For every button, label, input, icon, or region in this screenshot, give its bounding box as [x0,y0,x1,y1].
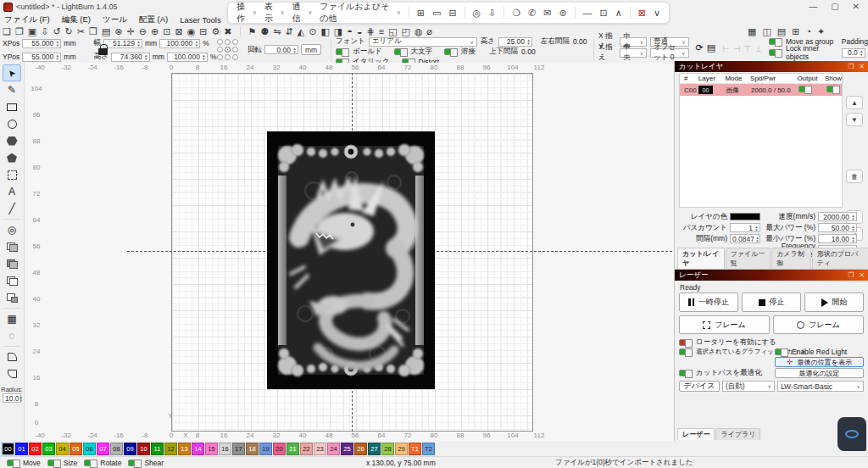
layer-color-chip[interactable]: 00 [698,86,713,94]
ellipse-tool[interactable] [3,115,21,132]
dual-pane-icon[interactable]: ◫ [762,25,771,37]
menu-item-3[interactable]: 配置 (A) [139,14,168,25]
record-icon[interactable]: ◎ [472,8,481,19]
zoom-in-icon[interactable]: ⊕ [151,25,159,37]
palette-swatch-23[interactable]: 23 [314,443,326,455]
palette-swatch-04[interactable]: 04 [56,443,69,455]
list-icon[interactable]: ▤ [777,25,786,37]
menu-item-1[interactable]: 編集 (E) [62,14,91,25]
position-dot-8[interactable] [232,54,238,60]
boolean-subtract-tool[interactable] [3,255,21,272]
grid-array-icon[interactable]: ▦ [748,25,756,37]
monitor-icon[interactable]: ⊟ [199,25,207,37]
close-laser-panel-icon[interactable]: ✕ [859,271,865,279]
position-dot-4[interactable] [225,47,231,53]
position-dot-1[interactable] [225,39,231,45]
star-icon[interactable]: ✦ [817,25,825,37]
tab-shape-properties[interactable]: 形状のプロパティ [812,248,868,269]
align-bottom-icon[interactable]: ◒ [357,25,363,37]
palette-swatch-11[interactable]: 11 [151,443,164,455]
mirror-icon[interactable]: ◭ [298,25,304,37]
layer-list[interactable]: # Layer Mode Spd/Pwr Output Show C00 00 … [679,73,843,208]
minimize-button[interactable]: — [809,2,817,11]
frame-circle-button[interactable]: フレーム [773,315,864,334]
palette-swatch-18[interactable]: 18 [246,443,259,455]
boolean-intersect-tool[interactable] [3,272,21,289]
tab-library[interactable]: ライブラリ [715,428,760,440]
grid-icon[interactable]: ⊞ [417,8,425,19]
undo-icon[interactable]: ↺ [53,25,60,37]
status-toggle-size[interactable]: Size [47,459,78,467]
tab-laser[interactable]: レーザー [677,428,715,440]
radius-input[interactable]: 10.0 [3,393,21,403]
stack-icon[interactable]: ▤ [707,42,715,53]
font-select[interactable]: エリアル∨ [369,37,477,47]
align-left-icon[interactable]: ◧ [320,25,329,37]
polygon-tool[interactable] [3,132,21,149]
overlay-menu-0[interactable]: 操作∨ [236,1,257,25]
fillet-corner-tool[interactable] [3,365,21,382]
fullscreen-icon[interactable]: ⊡ [600,8,608,19]
align-centers-icon[interactable]: ⊙ [309,25,316,37]
font-height-input[interactable]: 25.00 [498,37,532,47]
position-dot-6[interactable] [217,54,223,60]
aspect-lock-icon[interactable] [98,44,108,55]
rectangle-tool[interactable] [3,98,21,115]
redo-icon[interactable]: ↻ [65,25,73,37]
align-top-icon[interactable]: ◓ [347,25,353,37]
weld-shapes-icon[interactable]: ◍ [415,25,423,37]
mail-icon[interactable]: ✉ [543,8,551,19]
pentagon-tool[interactable] [3,149,21,166]
cut-icon[interactable]: ✂ [77,25,85,37]
ypos-input[interactable]: 55.000 [22,53,61,62]
interval-input[interactable]: 0.0847 [730,234,760,243]
group-icon[interactable]: ◱ [388,25,397,37]
bold-toggle[interactable] [336,48,349,55]
settings-gear-icon[interactable]: ⚙ [211,25,220,37]
close-button[interactable]: ✕ [853,2,860,11]
round-corner-tool[interactable] [3,348,21,365]
uppercase-toggle[interactable] [394,48,408,55]
device-auto-select[interactable]: (自動)∨ [722,381,775,392]
position-dot-3[interactable] [217,47,223,53]
optimize-path-toggle[interactable] [679,370,693,376]
disconnect-icon[interactable]: ⊠ [638,8,646,19]
rotary-toggle[interactable] [679,339,693,346]
palette-swatch-20[interactable]: 20 [273,443,286,455]
frame-select-icon[interactable]: ⊠ [175,25,182,37]
select-tool[interactable]: ➤ [3,64,21,81]
floating-widget[interactable] [837,417,866,451]
measure-icon[interactable]: ⌀ [427,25,433,37]
imported-dragon-image[interactable] [267,131,435,389]
device-tools-icon[interactable]: ✖ [224,25,231,37]
move-icon[interactable]: ✛ [127,25,135,37]
grid-array-tool[interactable]: ▦ [3,310,21,327]
overlay-menu-2[interactable]: 通信∨ [292,1,313,25]
menu-item-0[interactable]: ファイル (F) [4,14,50,25]
width-percent-input[interactable]: 100.000 [159,39,200,48]
position-reference-grid[interactable] [217,39,238,60]
layer-up-button[interactable]: ▲ [846,96,863,109]
position-dot-7[interactable] [225,54,231,60]
layer-delete-button[interactable]: 🗑 [846,170,863,183]
boolean-assistant-tool[interactable] [3,289,21,306]
open-file-icon[interactable]: ❐ [15,25,24,37]
position-laser-icon[interactable]: ⚑ [248,25,257,37]
rotate-input[interactable]: 0.00 [264,45,298,54]
palette-swatch-27[interactable]: 27 [368,443,381,455]
camera-icon[interactable]: ◉ [187,25,196,37]
vspace-value[interactable]: 0.00 [521,47,536,56]
align-right-icon[interactable]: ◨ [334,25,342,37]
draw-pencil-tool[interactable]: ✎ [3,81,21,98]
position-dot-0[interactable] [217,39,223,45]
palette-swatch-21[interactable]: 21 [287,443,299,455]
palette-swatch-14[interactable]: 14 [192,443,204,455]
new-file-icon[interactable]: ❏ [3,25,11,37]
palette-swatch-T2[interactable]: T2 [422,443,435,455]
palette-swatch-13[interactable]: 13 [178,443,191,455]
zoom-out-icon[interactable]: ⊖ [139,25,147,37]
y-align-select[interactable]: 中央∨ [620,48,647,58]
palette-swatch-06[interactable]: 06 [83,443,96,455]
min-power-input[interactable]: 18.00 [818,234,857,243]
import-icon[interactable]: ⇩ [41,25,48,37]
